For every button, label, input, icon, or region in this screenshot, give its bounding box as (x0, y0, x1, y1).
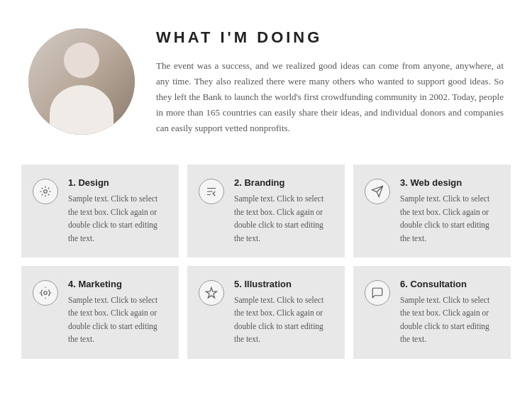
card-title: 1. Design (68, 177, 167, 188)
card-text: Sample text. Click to select the text bo… (400, 294, 499, 346)
card-title: 3. Web design (400, 177, 499, 188)
card-title: 6. Consultation (400, 279, 499, 289)
card-text: Sample text. Click to select the text bo… (400, 192, 499, 245)
card-body-0: 1. Design Sample text. Click to select t… (68, 177, 167, 245)
service-card: 4. Marketing Sample text. Click to selec… (21, 266, 179, 359)
avatar-image (28, 28, 135, 135)
card-text: Sample text. Click to select the text bo… (234, 192, 333, 245)
card-title: 2. Branding (234, 177, 333, 188)
branding-icon (199, 179, 224, 204)
card-title: 4. Marketing (68, 279, 167, 289)
card-body-2: 3. Web design Sample text. Click to sele… (400, 177, 499, 245)
consultation-icon (365, 280, 390, 306)
service-card: 3. Web design Sample text. Click to sele… (353, 165, 511, 257)
webdesign-icon (365, 179, 390, 204)
cards-grid: 1. Design Sample text. Click to select t… (0, 157, 532, 379)
card-text: Sample text. Click to select the text bo… (68, 294, 167, 346)
page-title: WHAT I'M DOING (156, 28, 504, 47)
marketing-icon (33, 280, 58, 306)
service-card: 6. Consultation Sample text. Click to se… (353, 266, 511, 359)
card-body-3: 4. Marketing Sample text. Click to selec… (68, 279, 167, 346)
card-title: 5. Illustration (234, 279, 333, 289)
card-body-1: 2. Branding Sample text. Click to select… (234, 177, 333, 245)
service-card: 1. Design Sample text. Click to select t… (21, 165, 179, 257)
svg-point-0 (44, 190, 48, 194)
service-card: 2. Branding Sample text. Click to select… (187, 165, 345, 257)
svg-point-1 (44, 291, 48, 295)
intro-body: The event was a success, and we realized… (156, 58, 504, 136)
illustration-icon (199, 280, 224, 306)
service-card: 5. Illustration Sample text. Click to se… (187, 266, 345, 359)
card-text: Sample text. Click to select the text bo… (234, 294, 333, 346)
top-section: WHAT I'M DOING The event was a success, … (0, 0, 532, 157)
design-icon (33, 179, 58, 204)
intro-content: WHAT I'M DOING The event was a success, … (156, 28, 504, 136)
card-text: Sample text. Click to select the text bo… (68, 192, 167, 245)
avatar (28, 28, 135, 135)
card-body-5: 6. Consultation Sample text. Click to se… (400, 279, 499, 346)
card-body-4: 5. Illustration Sample text. Click to se… (234, 279, 333, 346)
